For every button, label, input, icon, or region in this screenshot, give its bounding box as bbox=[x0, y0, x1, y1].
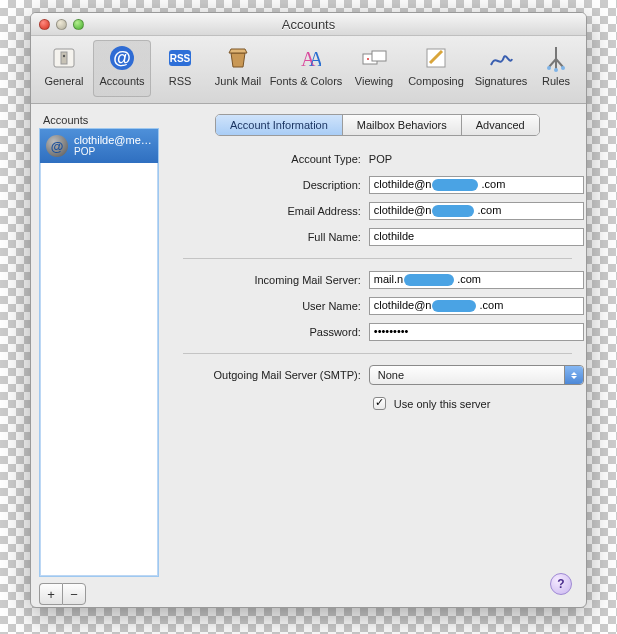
popup-arrows-icon bbox=[564, 366, 583, 384]
svg-point-11 bbox=[367, 58, 369, 60]
toolbar-label: Signatures bbox=[475, 75, 528, 87]
rss-icon: RSS bbox=[164, 42, 196, 74]
use-only-checkbox[interactable] bbox=[373, 397, 386, 410]
toolbar-label: Junk Mail bbox=[215, 75, 261, 87]
incoming-label: Incoming Mail Server: bbox=[171, 274, 369, 286]
password-label: Password: bbox=[171, 326, 369, 338]
detail-tabs: Account Information Mailbox Behaviors Ad… bbox=[215, 114, 540, 136]
tab-advanced[interactable]: Advanced bbox=[462, 115, 539, 135]
account-name: clothilde@me… bbox=[74, 134, 152, 146]
separator bbox=[183, 353, 572, 354]
viewing-icon bbox=[358, 42, 390, 74]
account-type: POP bbox=[74, 146, 152, 158]
minimize-icon[interactable] bbox=[56, 19, 67, 30]
toolbar-junk[interactable]: Junk Mail bbox=[209, 40, 267, 97]
account-labels: clothilde@me… POP bbox=[74, 134, 152, 158]
email-input[interactable]: clothilde@n.com bbox=[369, 202, 584, 220]
toolbar-general[interactable]: General bbox=[35, 40, 93, 97]
description-label: Description: bbox=[171, 179, 369, 191]
svg-point-14 bbox=[554, 68, 558, 72]
account-type-label: Account Type: bbox=[171, 153, 369, 165]
svg-point-13 bbox=[547, 66, 551, 70]
close-icon[interactable] bbox=[39, 19, 50, 30]
add-account-button[interactable]: + bbox=[39, 583, 62, 605]
account-row[interactable]: @ clothilde@me… POP bbox=[40, 129, 158, 163]
svg-point-2 bbox=[63, 55, 65, 57]
toolbar-label: Viewing bbox=[355, 75, 393, 87]
preferences-window: Accounts General @ Accounts RSS RSS Junk bbox=[30, 12, 587, 608]
at-icon: @ bbox=[106, 42, 138, 74]
window-title: Accounts bbox=[31, 17, 586, 32]
toolbar-label: Accounts bbox=[99, 75, 144, 87]
sidebar-heading: Accounts bbox=[43, 114, 159, 126]
junk-icon bbox=[222, 42, 254, 74]
composing-icon bbox=[420, 42, 452, 74]
svg-text:A: A bbox=[309, 48, 321, 70]
account-type-value: POP bbox=[369, 153, 584, 165]
fonts-icon: AA bbox=[290, 42, 322, 74]
toolbar-accounts[interactable]: @ Accounts bbox=[93, 40, 151, 97]
accounts-list[interactable]: @ clothilde@me… POP bbox=[39, 128, 159, 577]
toolbar-label: General bbox=[44, 75, 83, 87]
separator bbox=[183, 258, 572, 259]
fullname-label: Full Name: bbox=[171, 231, 369, 243]
rules-icon bbox=[540, 42, 572, 74]
username-input[interactable]: clothilde@n.com bbox=[369, 297, 584, 315]
use-only-this-server[interactable]: Use only this server bbox=[369, 394, 584, 413]
main-area: Accounts @ clothilde@me… POP + − Account… bbox=[31, 104, 586, 608]
toolbar-label: Rules bbox=[542, 75, 570, 87]
titlebar: Accounts bbox=[31, 13, 586, 36]
toolbar-signatures[interactable]: Signatures bbox=[469, 40, 533, 97]
signatures-icon bbox=[485, 42, 517, 74]
tab-account-info[interactable]: Account Information bbox=[216, 115, 343, 135]
password-input[interactable]: ••••••••• bbox=[369, 323, 584, 341]
account-detail: Account Information Mailbox Behaviors Ad… bbox=[167, 104, 587, 608]
username-label: User Name: bbox=[171, 300, 369, 312]
svg-text:RSS: RSS bbox=[170, 53, 191, 64]
smtp-label: Outgoing Mail Server (SMTP): bbox=[171, 369, 369, 381]
toolbar-label: Fonts & Colors bbox=[270, 75, 343, 87]
sidebar-buttons: + − bbox=[39, 583, 159, 605]
toolbar-label: RSS bbox=[169, 75, 192, 87]
toolbar-rss[interactable]: RSS RSS bbox=[151, 40, 209, 97]
traffic-lights bbox=[39, 19, 84, 30]
toolbar-label: Composing bbox=[408, 75, 464, 87]
fullname-input[interactable]: clothilde bbox=[369, 228, 584, 246]
svg-rect-10 bbox=[372, 51, 386, 61]
smtp-popup[interactable]: None bbox=[369, 365, 584, 385]
remove-account-button[interactable]: − bbox=[62, 583, 86, 605]
prefs-toolbar: General @ Accounts RSS RSS Junk Mail AA … bbox=[31, 36, 586, 104]
incoming-input[interactable]: mail.n.com bbox=[369, 271, 584, 289]
svg-point-15 bbox=[561, 66, 565, 70]
toolbar-fonts[interactable]: AA Fonts & Colors bbox=[267, 40, 345, 97]
use-only-label: Use only this server bbox=[394, 398, 491, 410]
help-button[interactable]: ? bbox=[550, 573, 572, 595]
email-label: Email Address: bbox=[171, 205, 369, 217]
toolbar-viewing[interactable]: Viewing bbox=[345, 40, 403, 97]
toolbar-rules[interactable]: Rules bbox=[533, 40, 579, 97]
description-input[interactable]: clothilde@n.com bbox=[369, 176, 584, 194]
tab-mailbox-behaviors[interactable]: Mailbox Behaviors bbox=[343, 115, 462, 135]
toolbar-composing[interactable]: Composing bbox=[403, 40, 469, 97]
at-icon: @ bbox=[46, 135, 68, 157]
accounts-sidebar: Accounts @ clothilde@me… POP + − bbox=[31, 104, 167, 608]
svg-text:@: @ bbox=[113, 48, 131, 68]
smtp-value: None bbox=[378, 369, 404, 381]
zoom-icon[interactable] bbox=[73, 19, 84, 30]
svg-rect-1 bbox=[61, 52, 67, 64]
switch-icon bbox=[48, 42, 80, 74]
